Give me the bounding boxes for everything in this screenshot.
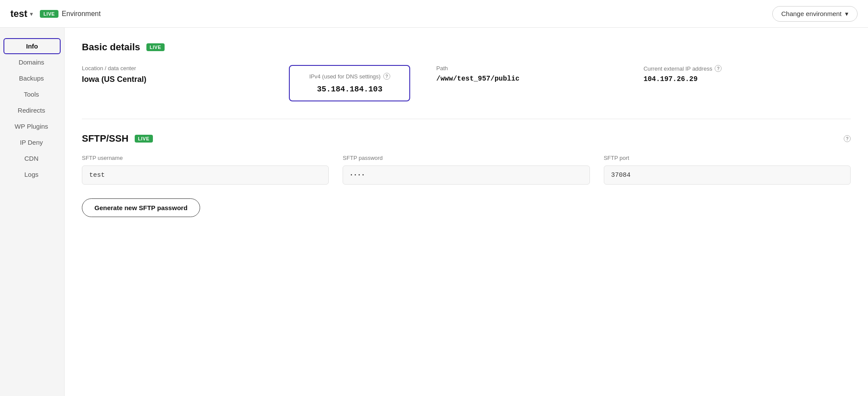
topbar-right: Change environment ▾ bbox=[772, 6, 858, 22]
sftp-username-label: SFTP username bbox=[82, 155, 329, 161]
sidebar-item-redirects-label: Redirects bbox=[18, 107, 45, 114]
sidebar-item-backups-label: Backups bbox=[19, 75, 44, 82]
sidebar-item-domains[interactable]: Domains bbox=[0, 54, 64, 70]
sftp-port-label: SFTP port bbox=[604, 155, 851, 161]
sftp-username-field: SFTP username test bbox=[82, 155, 329, 185]
sftp-header-row: SFTP/SSH LIVE ? bbox=[82, 133, 851, 144]
external-ip-info-icon[interactable]: ? bbox=[715, 65, 722, 72]
location-value: Iowa (US Central) bbox=[82, 75, 272, 84]
sidebar: Info Domains Backups Tools Redirects WP … bbox=[0, 28, 64, 396]
sftp-grid: SFTP username test SFTP password •••• SF… bbox=[82, 155, 851, 185]
app-title: test bbox=[10, 8, 27, 19]
sidebar-item-wp-plugins-label: WP Plugins bbox=[15, 123, 48, 130]
external-ip-label-row: Current external IP address ? bbox=[644, 65, 833, 72]
location-col: Location / data center Iowa (US Central) bbox=[82, 65, 289, 84]
sftp-port-value: 37084 bbox=[604, 166, 851, 185]
sftp-password-label: SFTP password bbox=[343, 155, 589, 161]
section-divider bbox=[82, 119, 851, 119]
basic-details-live-badge: LIVE bbox=[146, 43, 165, 51]
sidebar-item-tools[interactable]: Tools bbox=[0, 86, 64, 102]
sftp-password-dots: •••• bbox=[350, 173, 366, 178]
sidebar-item-logs[interactable]: Logs bbox=[0, 166, 64, 182]
change-environment-button[interactable]: Change environment ▾ bbox=[772, 6, 858, 22]
sidebar-item-ip-deny-label: IP Deny bbox=[20, 139, 43, 146]
ipv4-label-row: IPv4 (used for DNS settings) ? bbox=[300, 73, 399, 80]
topbar-live-badge: LIVE bbox=[40, 10, 58, 18]
sidebar-item-domains-label: Domains bbox=[19, 58, 44, 66]
basic-details-title: Basic details bbox=[82, 42, 140, 53]
ipv4-label-text: IPv4 (used for DNS settings) bbox=[309, 73, 381, 80]
main-content: Basic details LIVE Location / data cente… bbox=[64, 28, 868, 396]
external-ip-col: Current external IP address ? 104.197.26… bbox=[644, 65, 851, 83]
ipv4-info-icon[interactable]: ? bbox=[383, 73, 390, 80]
generate-sftp-password-button[interactable]: Generate new SFTP password bbox=[82, 198, 200, 217]
ipv4-box: IPv4 (used for DNS settings) ? 35.184.18… bbox=[289, 65, 410, 101]
location-label: Location / data center bbox=[82, 65, 272, 71]
sftp-info-icon[interactable]: ? bbox=[844, 135, 851, 142]
sftp-section-title: SFTP/SSH bbox=[82, 133, 129, 144]
main-layout: Info Domains Backups Tools Redirects WP … bbox=[0, 28, 868, 396]
sidebar-item-tools-label: Tools bbox=[24, 91, 39, 98]
sidebar-item-redirects[interactable]: Redirects bbox=[0, 102, 64, 118]
sftp-live-badge: LIVE bbox=[135, 135, 153, 143]
change-env-label: Change environment bbox=[781, 10, 842, 17]
external-ip-value: 104.197.26.29 bbox=[644, 75, 833, 83]
sidebar-item-ip-deny[interactable]: IP Deny bbox=[0, 134, 64, 150]
sidebar-item-logs-label: Logs bbox=[24, 171, 39, 178]
path-value: /www/test_957/public bbox=[436, 75, 626, 83]
app-title-chevron[interactable]: ▾ bbox=[30, 10, 33, 17]
basic-details-header: Basic details LIVE bbox=[82, 42, 851, 53]
basic-details-grid: Location / data center Iowa (US Central)… bbox=[82, 65, 851, 101]
sftp-password-value: •••• bbox=[343, 166, 589, 185]
topbar-env-label: Environment bbox=[62, 10, 101, 18]
external-ip-label: Current external IP address bbox=[644, 65, 713, 72]
sftp-port-field: SFTP port 37084 bbox=[604, 155, 851, 185]
sftp-username-value: test bbox=[82, 166, 329, 185]
path-col: Path /www/test_957/public bbox=[436, 65, 643, 83]
sidebar-item-info[interactable]: Info bbox=[3, 38, 61, 54]
path-label: Path bbox=[436, 65, 626, 71]
topbar: test ▾ LIVE Environment Change environme… bbox=[0, 0, 868, 28]
sidebar-item-info-label: Info bbox=[26, 42, 38, 50]
sidebar-item-cdn[interactable]: CDN bbox=[0, 150, 64, 166]
sidebar-item-backups[interactable]: Backups bbox=[0, 70, 64, 86]
sftp-password-field: SFTP password •••• bbox=[343, 155, 589, 185]
generate-sftp-btn-label: Generate new SFTP password bbox=[94, 204, 188, 211]
change-env-chevron-icon: ▾ bbox=[845, 10, 849, 18]
sidebar-item-cdn-label: CDN bbox=[24, 155, 39, 162]
ipv4-value: 35.184.184.103 bbox=[300, 85, 399, 94]
sftp-header-left: SFTP/SSH LIVE bbox=[82, 133, 156, 144]
sidebar-item-wp-plugins[interactable]: WP Plugins bbox=[0, 118, 64, 134]
